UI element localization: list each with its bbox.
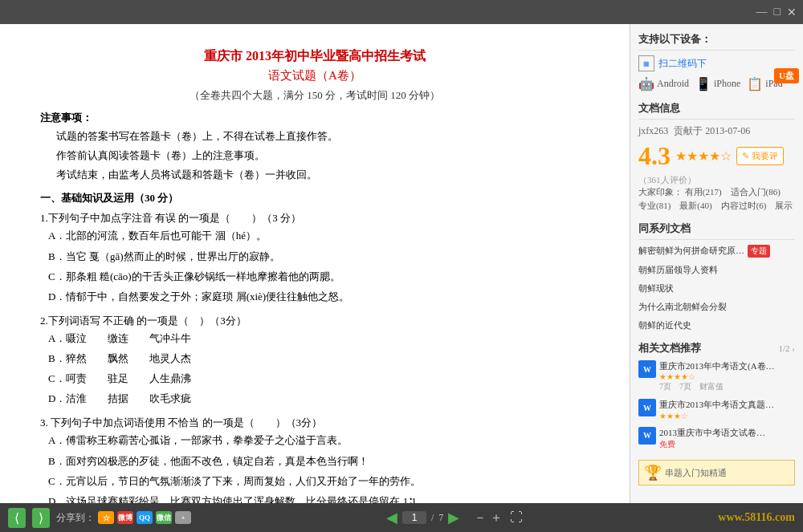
recommend-item-0[interactable]: W 重庆市2013年中考语文(A卷… ★★★★☆ 7页 7页 财富值 (638, 360, 795, 392)
doc-id: jxfx263 贡献于 2013-07-06 (638, 124, 795, 138)
rate-button[interactable]: ✎ 我要评 (736, 147, 784, 165)
q3-options: A．傅雷称王称霸苦心孤诣，一部家书，拳拳爱子之心溢于言表。 B．面对穷凶极恶的歹… (40, 432, 589, 503)
series-item-2-text: 朝鲜现状 (638, 282, 674, 294)
doc-title: 重庆市 2013年初中毕业暨高中招生考试 (40, 48, 589, 65)
minimize-icon[interactable]: — (756, 6, 768, 18)
qr-icon: ▦ (638, 55, 654, 71)
recommend-item-1[interactable]: W 重庆市2013年中考语文真题… ★★★☆ (638, 399, 795, 420)
watermark-text: www.58116.com (718, 511, 795, 524)
recommend-meta-0: 7页 7页 财富值 (659, 381, 775, 392)
q1-option-b: B．当它 戛（gā)然而止的时候，世界出厅的寂静。 (48, 248, 589, 266)
impression-label: 大家印象： (638, 187, 683, 197)
q2-option-b: B．猝然 飘然 地灵人杰 (48, 350, 589, 368)
bottom-banner: 🏆 串题入门知精通 (638, 460, 795, 485)
page-separator: / (431, 512, 434, 524)
doc-info-title: 文档信息 (638, 101, 795, 120)
related-series-section: 同系列文档 解密朝鲜为何拼命研究原… 专题 朝鲜历届领导人资料 朝鲜现状 为什么… (638, 221, 795, 331)
page-input[interactable] (402, 511, 426, 524)
series-item-0-badge: 专题 (748, 245, 770, 258)
related-series-item-2[interactable]: 朝鲜现状 (638, 282, 795, 294)
qr-area[interactable]: ▦ 扫二维码下 (638, 55, 707, 71)
recommend-icon-1: W (638, 399, 656, 416)
share-more-icon[interactable]: + (175, 511, 191, 524)
recommend-section: 相关文档推荐 1/2 › W 重庆市2013年中考语文(A卷… ★★★★☆ 7页… (638, 341, 795, 450)
fullscreen-btn[interactable]: ⛶ (510, 510, 523, 525)
impression-tags: 大家印象： 有用(217) 适合入门(86) (638, 186, 795, 198)
question-1: 1.下列句子中加点字注音 有误 的一项是（ ）（3 分） A．北部的河流，数百年… (40, 209, 589, 305)
question-3: 3. 下列句子中加点词语使用 不恰当 的一项是（ ）（3分） A．傅雷称王称霸苦… (40, 414, 589, 503)
share-wechat-icon[interactable]: 微信 (156, 511, 172, 524)
recommend-free-2: 免费 (659, 439, 765, 450)
u-badge[interactable]: U盘 (774, 68, 799, 83)
iphone-icon: 📱 (695, 76, 711, 91)
notice-item-2: 作答前认真阅读答题卡（卷）上的注意事项。 (56, 148, 589, 164)
page-nav: ◀ / 7 ▶ (386, 509, 459, 526)
next-page-btn[interactable]: ▶ (448, 509, 459, 526)
series-item-0-text: 解密朝鲜为何拼命研究原… (638, 245, 744, 257)
bottom-left-btn-2[interactable]: ⟩ (32, 508, 50, 528)
right-sidebar: 支持以下设备： ▦ 扫二维码下 🤖 Android 📱 iPhone 📋 (630, 24, 803, 503)
related-series-item-0[interactable]: 解密朝鲜为何拼命研究原… 专题 (638, 245, 795, 258)
doc-id-text: jxfx263 (638, 125, 668, 136)
prev-page-btn[interactable]: ◀ (386, 509, 397, 526)
related-series-title: 同系列文档 (638, 221, 795, 240)
share-qq-icon[interactable]: QQ (137, 511, 153, 524)
series-item-4-text: 朝鲜的近代史 (638, 319, 691, 331)
q1-option-a: A．北部的河流，数百年后也可能干 涸（hé）。 (48, 227, 589, 245)
impression-tags-text: 有用(217) 适合入门(86) (685, 187, 781, 197)
banner-text: 串题入门知精通 (665, 467, 727, 479)
banner-icon: 🏆 (644, 464, 662, 481)
devices-section: 支持以下设备： ▦ 扫二维码下 🤖 Android 📱 iPhone 📋 (638, 32, 795, 91)
recommend-title: 相关文档推荐 (638, 341, 701, 355)
ipad-icon: 📋 (747, 76, 763, 91)
device-row: ▦ 扫二维码下 (638, 55, 795, 71)
q3-option-b: B．面对穷凶极恶的歹徒，他面不改色，镇定自若，真是本色当行啊！ (48, 453, 589, 470)
q3-option-c: C．元宵以后，节日的气氛渐渐淡了下来，周而复始，人们又开始了一年的劳作。 (48, 473, 589, 490)
q2-option-d: D．沽淮 拮据 吹毛求疵 (48, 390, 589, 408)
bottom-left-btn-1[interactable]: ⟨ (8, 508, 26, 528)
zoom-area: － ＋ ⛶ (474, 510, 523, 526)
recommend-header: 相关文档推荐 1/2 › (638, 341, 795, 355)
q3-text: 3. 下列句子中加点词语使用 不恰当 的一项是（ ）（3分） (40, 414, 589, 432)
impression-tags2: 专业(81) 最新(40) 内容过时(6) 展示 (638, 200, 795, 212)
bottom-right-area: www.58116.com (718, 511, 795, 524)
android-device[interactable]: 🤖 Android (638, 76, 689, 91)
doc-viewer: 重庆市 2013年初中毕业暨高中招生考试 语文试题（A卷） （全卷共四个大题，满… (0, 24, 630, 503)
recommend-icon-0: W (638, 360, 656, 378)
stars-display: ★★★★☆ (675, 148, 732, 164)
zoom-in-btn[interactable]: ＋ (490, 510, 503, 526)
recommend-item-2[interactable]: W 2013重庆市中考语文试卷… 免费 (638, 427, 795, 450)
rating-count: （361人评价） (638, 174, 795, 186)
share-weibo-icon[interactable]: 微博 (117, 511, 133, 524)
notice-item-1: 试题的答案书写在答题卡（卷）上，不得在试卷上直接作答。 (56, 128, 589, 145)
q2-option-c: C．呵责 驻足 人生鼎沸 (48, 370, 589, 388)
recommend-text-1: 重庆市2013年中考语文真题… (659, 399, 774, 411)
rating-stars-area: ★★★★☆ (675, 148, 732, 164)
close-icon[interactable]: ✕ (787, 6, 797, 19)
recommend-text-0: 重庆市2013年中考语文(A卷… (659, 360, 775, 372)
q1-option-d: D．情郁于中，自然要发之于外；家庭琐 屑(xiè)便往往触他之怒。 (48, 288, 589, 306)
device-icons-row: 🤖 Android 📱 iPhone 📋 iPad (638, 76, 795, 91)
share-star-icon[interactable]: ☆ (98, 511, 114, 524)
recommend-info-1: 重庆市2013年中考语文真题… ★★★☆ (659, 399, 774, 420)
bottom-bar: ⟨ ⟩ 分享到： ☆ 微博 QQ 微信 + ◀ / 7 ▶ － ＋ ⛶ www.… (0, 503, 803, 532)
zoom-out-btn[interactable]: － (474, 510, 487, 526)
iphone-device[interactable]: 📱 iPhone (695, 76, 740, 91)
question-2: 2.下列词语写 不正确 的一项是（ ）（3分） A．嗫泣 缴连 气冲斗牛 B．猝… (40, 312, 589, 408)
recommend-text-2: 2013重庆市中考语文试卷… (659, 427, 765, 439)
q2-option-a: A．嗫泣 缴连 气冲斗牛 (48, 330, 589, 347)
related-series-item-4[interactable]: 朝鲜的近代史 (638, 319, 795, 331)
notice-list: 试题的答案书写在答题卡（卷）上，不得在试卷上直接作答。 作答前认真阅读答题卡（卷… (40, 128, 589, 183)
q3-option-a: A．傅雷称王称霸苦心孤诣，一部家书，拳拳爱子之心溢于言表。 (48, 432, 589, 449)
related-series-item-3[interactable]: 为什么南北朝鲜会分裂 (638, 301, 795, 313)
android-label: Android (657, 78, 689, 90)
related-series-item-1[interactable]: 朝鲜历届领导人资料 (638, 264, 795, 276)
maximize-icon[interactable]: □ (774, 6, 781, 18)
doc-info-section: 文档信息 jxfx263 贡献于 2013-07-06 4.3 ★★★★☆ ✎ … (638, 101, 795, 212)
section-title-1: 一、基础知识及运用（30 分） (40, 191, 589, 205)
doc-info: （全卷共四个大题，满分 150 分，考试时间 120 分钟） (40, 88, 589, 103)
devices-title: 支持以下设备： (638, 32, 795, 51)
recommend-nav[interactable]: 1/2 › (779, 343, 795, 353)
iphone-label: iPhone (714, 78, 740, 90)
share-area: 分享到： ☆ 微博 QQ 微信 + (56, 511, 191, 525)
